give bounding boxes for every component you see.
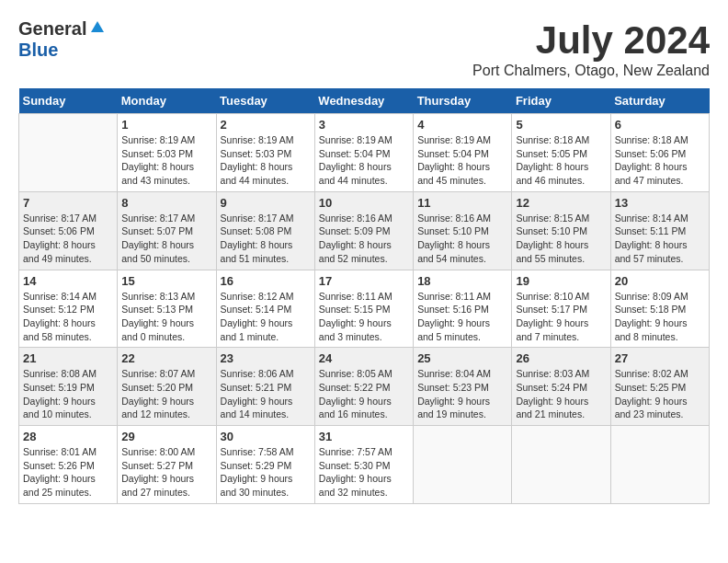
day-number: 20 [615,274,705,288]
calendar-cell: 28Sunrise: 8:01 AMSunset: 5:26 PMDayligh… [19,426,118,504]
day-number: 22 [121,351,211,365]
calendar-cell: 27Sunrise: 8:02 AMSunset: 5:25 PMDayligh… [610,348,709,426]
day-number: 7 [23,196,113,210]
location-title: Port Chalmers, Otago, New Zealand [472,63,710,79]
day-info: Sunrise: 8:19 AMSunset: 5:04 PMDaylight:… [417,133,507,188]
day-info: Sunrise: 8:02 AMSunset: 5:25 PMDaylight:… [615,367,705,421]
calendar-cell: 25Sunrise: 8:04 AMSunset: 5:23 PMDayligh… [414,348,512,426]
day-number: 12 [516,196,606,210]
calendar-cell: 29Sunrise: 8:00 AMSunset: 5:27 PMDayligh… [118,426,216,504]
calendar-cell: 12Sunrise: 8:15 AMSunset: 5:10 PMDayligh… [512,191,610,270]
day-number: 14 [23,274,113,288]
day-info: Sunrise: 8:16 AMSunset: 5:10 PMDaylight:… [417,212,507,266]
calendar-cell: 16Sunrise: 8:12 AMSunset: 5:14 PMDayligh… [216,270,314,348]
calendar-cell: 19Sunrise: 8:10 AMSunset: 5:17 PMDayligh… [512,270,610,348]
day-number: 21 [23,351,113,365]
logo-icon [89,19,106,40]
calendar-cell: 3Sunrise: 8:19 AMSunset: 5:04 PMDaylight… [314,114,413,192]
day-info: Sunrise: 8:04 AMSunset: 5:23 PMDaylight:… [417,367,507,421]
day-info: Sunrise: 8:07 AMSunset: 5:20 PMDaylight:… [121,367,211,421]
logo-blue: Blue [18,40,58,60]
day-number: 4 [417,118,507,132]
day-number: 16 [221,274,311,288]
calendar-cell: 9Sunrise: 8:17 AMSunset: 5:08 PMDaylight… [216,191,314,270]
weekday-saturday: Saturday [610,88,709,114]
calendar-week-3: 21Sunrise: 8:08 AMSunset: 5:19 PMDayligh… [19,348,710,426]
day-info: Sunrise: 8:11 AMSunset: 5:16 PMDaylight:… [417,290,507,344]
day-number: 2 [221,118,311,132]
day-number: 30 [221,430,311,443]
day-info: Sunrise: 8:17 AMSunset: 5:06 PMDaylight:… [23,212,113,266]
day-info: Sunrise: 8:14 AMSunset: 5:11 PMDaylight:… [615,212,705,266]
calendar-cell: 11Sunrise: 8:16 AMSunset: 5:10 PMDayligh… [414,191,512,270]
day-number: 26 [516,351,606,365]
calendar-week-1: 7Sunrise: 8:17 AMSunset: 5:06 PMDaylight… [19,191,710,270]
calendar-week-2: 14Sunrise: 8:14 AMSunset: 5:12 PMDayligh… [19,270,710,348]
calendar-cell: 2Sunrise: 8:19 AMSunset: 5:03 PMDaylight… [216,114,314,192]
day-number: 28 [23,430,113,443]
day-info: Sunrise: 8:13 AMSunset: 5:13 PMDaylight:… [121,290,211,344]
day-number: 15 [121,274,211,288]
day-number: 1 [121,118,211,132]
calendar-cell [512,426,610,504]
day-number: 18 [417,274,507,288]
day-number: 29 [121,430,211,443]
day-info: Sunrise: 8:17 AMSunset: 5:08 PMDaylight:… [221,212,311,266]
day-number: 3 [319,118,409,132]
calendar-cell: 26Sunrise: 8:03 AMSunset: 5:24 PMDayligh… [512,348,610,426]
day-info: Sunrise: 8:08 AMSunset: 5:19 PMDaylight:… [23,367,113,421]
day-number: 13 [615,196,705,210]
calendar-cell: 5Sunrise: 8:18 AMSunset: 5:05 PMDaylight… [512,114,610,192]
day-number: 19 [516,274,606,288]
day-number: 17 [319,274,409,288]
day-number: 5 [516,118,606,132]
calendar-cell: 4Sunrise: 8:19 AMSunset: 5:04 PMDaylight… [414,114,512,192]
day-number: 11 [417,196,507,210]
weekday-header-row: SundayMondayTuesdayWednesdayThursdayFrid… [19,88,710,114]
calendar-cell: 31Sunrise: 7:57 AMSunset: 5:30 PMDayligh… [314,426,413,504]
page-header: General Blue July 2024 Port Chalmers, Ot… [18,18,710,79]
day-number: 9 [221,196,311,210]
day-info: Sunrise: 8:14 AMSunset: 5:12 PMDaylight:… [23,290,113,344]
weekday-sunday: Sunday [19,88,118,114]
day-info: Sunrise: 8:17 AMSunset: 5:07 PMDaylight:… [121,212,211,266]
calendar-cell: 6Sunrise: 8:18 AMSunset: 5:06 PMDaylight… [610,114,709,192]
calendar-cell: 14Sunrise: 8:14 AMSunset: 5:12 PMDayligh… [19,270,118,348]
calendar-cell [414,426,512,504]
day-info: Sunrise: 8:00 AMSunset: 5:27 PMDaylight:… [121,445,211,500]
calendar-cell: 15Sunrise: 8:13 AMSunset: 5:13 PMDayligh… [118,270,216,348]
weekday-tuesday: Tuesday [216,88,314,114]
calendar-table: SundayMondayTuesdayWednesdayThursdayFrid… [18,88,710,504]
calendar-cell [19,114,118,192]
day-info: Sunrise: 8:11 AMSunset: 5:15 PMDaylight:… [319,290,409,344]
day-info: Sunrise: 8:18 AMSunset: 5:06 PMDaylight:… [615,133,705,188]
calendar-cell [610,426,709,504]
day-info: Sunrise: 8:19 AMSunset: 5:03 PMDaylight:… [221,133,311,188]
calendar-cell: 1Sunrise: 8:19 AMSunset: 5:03 PMDaylight… [118,114,216,192]
day-number: 31 [319,430,409,443]
day-info: Sunrise: 8:18 AMSunset: 5:05 PMDaylight:… [516,133,606,188]
day-info: Sunrise: 8:15 AMSunset: 5:10 PMDaylight:… [516,212,606,266]
calendar-cell: 20Sunrise: 8:09 AMSunset: 5:18 PMDayligh… [610,270,709,348]
day-info: Sunrise: 7:57 AMSunset: 5:30 PMDaylight:… [319,445,409,500]
month-title: July 2024 [472,18,710,63]
calendar-cell: 17Sunrise: 8:11 AMSunset: 5:15 PMDayligh… [314,270,413,348]
calendar-cell: 18Sunrise: 8:11 AMSunset: 5:16 PMDayligh… [414,270,512,348]
day-number: 23 [221,351,311,365]
weekday-friday: Friday [512,88,610,114]
day-number: 10 [319,196,409,210]
day-info: Sunrise: 8:05 AMSunset: 5:22 PMDaylight:… [319,367,409,421]
logo-general: General [18,18,86,40]
day-number: 25 [417,351,507,365]
day-info: Sunrise: 7:58 AMSunset: 5:29 PMDaylight:… [221,445,311,500]
calendar-cell: 13Sunrise: 8:14 AMSunset: 5:11 PMDayligh… [610,191,709,270]
title-section: July 2024 Port Chalmers, Otago, New Zeal… [472,18,710,79]
calendar-cell: 7Sunrise: 8:17 AMSunset: 5:06 PMDaylight… [19,191,118,270]
weekday-monday: Monday [118,88,216,114]
calendar-week-0: 1Sunrise: 8:19 AMSunset: 5:03 PMDaylight… [19,114,710,192]
day-info: Sunrise: 8:03 AMSunset: 5:24 PMDaylight:… [516,367,606,421]
calendar-cell: 10Sunrise: 8:16 AMSunset: 5:09 PMDayligh… [314,191,413,270]
calendar-cell: 22Sunrise: 8:07 AMSunset: 5:20 PMDayligh… [118,348,216,426]
day-number: 8 [121,196,211,210]
calendar-cell: 30Sunrise: 7:58 AMSunset: 5:29 PMDayligh… [216,426,314,504]
